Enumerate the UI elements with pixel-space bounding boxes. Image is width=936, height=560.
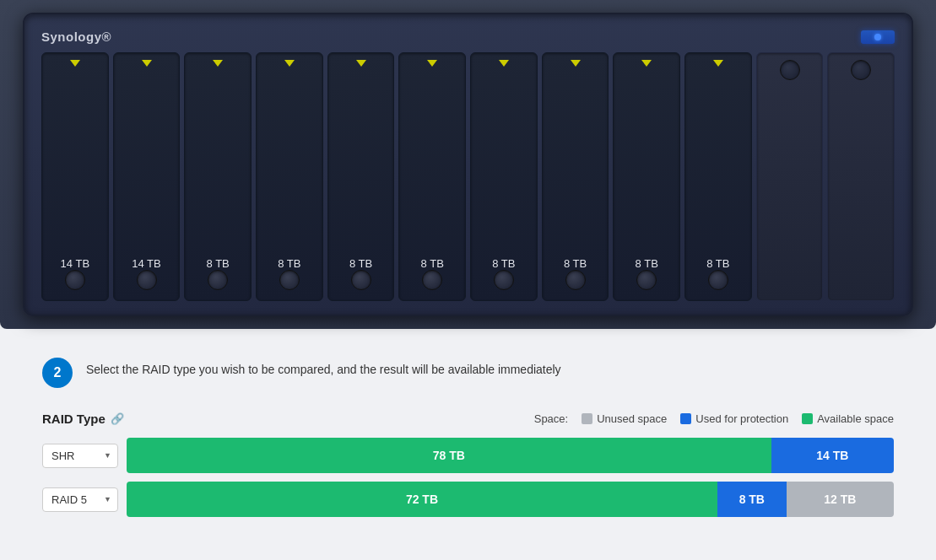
drive-handle-6 [422,270,442,290]
protection-label: Used for protection [695,412,788,425]
drive-label-3: 8 TB [207,257,230,270]
drive-label-1: 14 TB [61,257,89,270]
raid-bar-2: 72 TB8 TB12 TB [127,482,894,517]
drive-bay-7: 8 TB [470,52,538,301]
drive-bay-6: 8 TB [398,52,466,301]
step-row: 2 Select the RAID type you wish to be co… [42,356,894,388]
power-led [874,34,881,40]
drive-bay-1: 14 TB [41,52,109,301]
raid-rows-container: SHRSHR-2RAID 0RAID 1RAID 5RAID 6RAID 107… [42,438,894,525]
drive-bays: 14 TB 14 TB 8 TB 8 TB 8 TB 8 TB 8 TB 8 T… [41,52,895,301]
drive-indicator-10 [713,60,723,67]
drive-handle-5 [351,270,371,290]
drive-indicator-3 [213,60,223,67]
drive-bay-9: 8 TB [613,52,680,301]
nas-device-section: Synology® 14 TB 14 TB 8 TB 8 TB 8 TB 8 T… [0,0,936,329]
drive-label-4: 8 TB [278,257,300,270]
drive-indicator-9 [641,60,652,67]
legend-protection: Used for protection [680,412,788,425]
drive-handle-1 [65,270,85,290]
drive-indicator-6 [427,60,437,67]
drive-indicator-4 [284,60,295,67]
drive-label-8: 8 TB [564,257,587,270]
drive-bay-10: 8 TB [684,52,752,301]
protection-dot [680,413,691,424]
legend-unused: Unused space [582,412,667,425]
drive-label-10: 8 TB [706,257,729,270]
available-bar-2: 72 TB [127,482,717,517]
space-legend: Space: Unused space Used for protection … [534,412,894,425]
synology-logo: Synology® [41,30,111,44]
drive-label-9: 8 TB [636,257,658,270]
drive-handle-10 [708,270,728,290]
legend-available: Available space [802,412,894,425]
drive-bay-11 [756,52,824,301]
step-text: Select the RAID type you wish to be comp… [86,356,561,379]
drive-handle-9 [636,270,657,290]
drive-label-2: 14 TB [132,257,160,270]
raid-header: RAID Type 🔗 Space: Unused space Used for… [42,412,894,426]
power-button[interactable] [861,30,895,44]
drive-label-6: 8 TB [421,257,444,270]
drive-handle-11 [780,60,800,80]
available-dot [802,413,813,424]
drive-handle-8 [565,270,586,290]
drive-bay-4: 8 TB [256,52,323,301]
raid-select-wrapper-1: SHRSHR-2RAID 0RAID 1RAID 5RAID 6RAID 10 [42,444,118,468]
protection-bar-2: 8 TB [717,482,787,517]
raid-select-wrapper-2: SHRSHR-2RAID 0RAID 1RAID 5RAID 6RAID 10 [42,487,118,512]
drive-handle-4 [279,270,300,290]
raid-bar-1: 78 TB14 TB [127,438,894,473]
raid-external-link-icon[interactable]: 🔗 [111,412,124,425]
step-badge: 2 [42,358,73,388]
drive-indicator-1 [70,60,80,67]
available-label: Available space [817,412,894,425]
drive-label-7: 8 TB [492,257,515,270]
unused-bar-2: 12 TB [787,482,894,517]
drive-indicator-2 [142,60,152,67]
unused-dot [582,413,592,424]
drive-handle-7 [494,270,514,290]
drive-label-5: 8 TB [349,257,372,270]
raid-row-2: SHRSHR-2RAID 0RAID 1RAID 5RAID 6RAID 107… [42,482,894,517]
drive-indicator-8 [571,60,581,67]
drive-bay-2: 14 TB [113,52,181,301]
available-bar-1: 78 TB [127,438,771,473]
info-section: 2 Select the RAID type you wish to be co… [0,329,936,560]
drive-handle-12 [851,60,871,80]
drive-indicator-5 [356,60,366,67]
space-label: Space: [534,412,568,425]
raid-type-select-2[interactable]: SHRSHR-2RAID 0RAID 1RAID 5RAID 6RAID 10 [42,487,118,512]
nas-chassis: Synology® 14 TB 14 TB 8 TB 8 TB 8 TB 8 T… [23,13,913,316]
drive-bay-5: 8 TB [327,52,395,301]
drive-bay-3: 8 TB [184,52,252,301]
drive-indicator-7 [499,60,509,67]
unused-label: Unused space [597,412,667,425]
raid-section: RAID Type 🔗 Space: Unused space Used for… [42,412,894,525]
raid-type-select-1[interactable]: SHRSHR-2RAID 0RAID 1RAID 5RAID 6RAID 10 [42,444,118,468]
raid-row-1: SHRSHR-2RAID 0RAID 1RAID 5RAID 6RAID 107… [42,438,894,473]
drive-handle-2 [137,270,157,290]
drive-bay-8: 8 TB [542,52,609,301]
nas-header: Synology® [41,30,895,44]
drive-handle-3 [208,270,228,290]
raid-type-label: RAID Type 🔗 [42,412,124,426]
protection-bar-1: 14 TB [771,438,894,473]
drive-bay-12 [827,52,895,301]
